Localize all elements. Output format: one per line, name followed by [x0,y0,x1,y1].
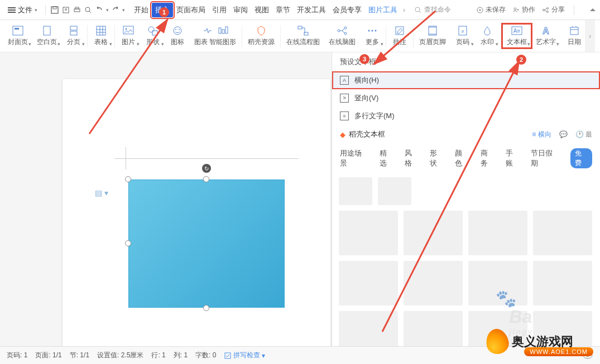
svg-rect-15 [70,26,77,30]
collab-button[interactable]: 协作 [512,5,535,14]
top-right-status: 未保存 协作 分享 [476,5,596,15]
cat-festival[interactable]: 节日假期 [531,148,559,168]
find-icon[interactable] [84,6,93,14]
command-search[interactable]: 查找命令 [414,5,474,14]
file-menu[interactable]: 文件 ▾ [4,3,41,17]
ribbon-page-number[interactable]: #页码▾ [450,24,475,48]
ribbon-header-footer[interactable]: 页眉页脚 [415,24,450,48]
tab-references[interactable]: 引用 [209,3,230,17]
ribbon-blank-page[interactable]: 空白页▾ [32,24,61,48]
cat-style[interactable]: 风格 [405,148,419,168]
status-setting[interactable]: 设置值: 2.5厘米 [97,351,143,360]
file-label: 文件 [18,5,32,15]
docer-textbox-header: ◆ 稻壳文本框 ≡ 横向 💬 🕐 最 [332,125,600,144]
separator [87,25,88,47]
ribbon-watermark[interactable]: 水印▾ [475,24,500,48]
status-col[interactable]: 列: 1 [174,351,188,360]
ribbon-textbox[interactable]: A≡文本框▾ [502,24,531,48]
resize-handle[interactable] [125,176,131,182]
main-tabs: 开始 插入 页面布局 引用 审阅 视图 章节 开发工具 会员专享 图片工具 › [131,3,407,17]
separator [501,25,501,47]
cat-color[interactable]: 颜色 [455,148,469,168]
status-page[interactable]: 页面: 1/1 [35,351,61,360]
search-placeholder: 查找命令 [424,5,451,14]
filter-horizontal[interactable]: ≡ 横向 [532,130,551,139]
tab-page-layout[interactable]: 页面布局 [173,3,209,17]
tab-section[interactable]: 章节 [272,3,294,17]
template-thumb[interactable] [339,261,398,305]
template-thumb[interactable] [339,177,372,205]
tab-view[interactable]: 视图 [251,3,272,17]
ribbon-table[interactable]: 表格▾ [89,24,113,48]
ribbon-page-break[interactable]: 分页▾ [61,24,86,48]
anchor-icon[interactable]: ▤ ▾ [95,188,108,197]
template-thumb[interactable] [533,261,592,305]
ribbon-shapes[interactable]: 形状▾ [141,24,165,48]
cat-free[interactable]: 免费 [570,148,592,168]
svg-rect-46 [225,353,231,358]
top-bar: 文件 ▾ ▾ ▾ 开始 插入 页面布局 引用 审阅 视图 章节 开发工具 会员专… [0,0,600,20]
separator [242,25,242,47]
ribbon-docer[interactable]: 稻壳资源 [243,24,279,48]
ribbon-picture[interactable]: 图片▾ [116,24,141,48]
separator [386,25,386,47]
ribbon-icons[interactable]: 图标 [165,24,190,48]
print-icon[interactable] [73,6,81,14]
svg-point-24 [179,29,180,30]
tab-dev-tools[interactable]: 开发工具 [294,3,329,17]
template-thumb[interactable] [378,177,411,205]
save-icon[interactable] [50,6,59,14]
svg-rect-38 [429,26,436,28]
template-thumb[interactable] [468,211,527,255]
template-thumb[interactable] [339,211,398,255]
chat-icon[interactable]: 💬 [559,130,568,138]
tab-picture-tools[interactable]: 图片工具 [365,3,401,17]
status-section[interactable]: 节: 1/1 [70,351,89,360]
status-spellcheck[interactable]: 拼写检查 ▾ [224,351,265,360]
separator [114,25,115,47]
textbox-vertical-option[interactable]: A竖向(V) [332,89,600,107]
cat-notes[interactable]: 手账 [506,148,520,168]
cat-shape[interactable]: 形状 [430,148,444,168]
collapse-ribbon-icon[interactable] [590,8,596,11]
template-thumb[interactable] [404,211,463,255]
ribbon-date[interactable]: 日期 [560,24,585,48]
ruler-mark [114,158,299,159]
ribbon-wordart[interactable]: A艺术字▾ [531,24,560,48]
cat-usage[interactable]: 用途场景 [340,148,368,168]
rotate-handle[interactable]: ↻ [202,164,211,173]
share-button[interactable]: 分享 [542,5,565,14]
unsaved-indicator[interactable]: 未保存 [476,5,506,14]
ribbon-smartart[interactable]: 图表 智能图形 [190,24,241,48]
ribbon-flowchart[interactable]: 在线流程图 [282,24,324,48]
ribbon-cover-page[interactable]: 封面页▾ [3,24,32,48]
template-thumb[interactable] [404,261,463,305]
tab-start[interactable]: 开始 [131,3,152,17]
tabs-overflow-icon[interactable]: › [401,6,407,14]
resize-handle[interactable] [203,176,209,182]
resize-handle[interactable] [125,240,131,246]
ribbon-more[interactable]: 更多▾ [360,24,385,48]
filter-latest[interactable]: 🕐 最 [575,130,592,139]
tab-review[interactable]: 审阅 [230,3,251,17]
rectangle-shape[interactable] [128,179,285,308]
status-words[interactable]: 字数: 0 [195,351,216,360]
cat-business[interactable]: 商务 [481,148,495,168]
svg-point-35 [375,30,377,32]
ribbon-comment[interactable]: 批注 [387,24,412,48]
cat-featured[interactable]: 精选 [380,148,393,168]
ribbon-mindmap[interactable]: 在线脑图 [324,24,360,48]
textbox-multiline-option[interactable]: ≡多行文字(M) [332,107,600,125]
ribbon-scroll-right[interactable]: › [585,20,595,52]
textbox-horizontal-option[interactable]: A横向(H) [332,71,600,89]
selected-shape[interactable]: ↻ [128,179,285,308]
print-preview-icon[interactable] [61,6,70,14]
status-row[interactable]: 行: 1 [151,351,165,360]
undo-icon[interactable] [95,6,104,14]
resize-handle[interactable] [203,305,209,311]
status-page-code[interactable]: 页码: 1 [7,351,27,360]
template-thumb[interactable] [533,211,592,255]
redo-icon[interactable] [111,6,120,14]
svg-point-31 [344,27,347,29]
tab-member[interactable]: 会员专享 [329,3,365,17]
